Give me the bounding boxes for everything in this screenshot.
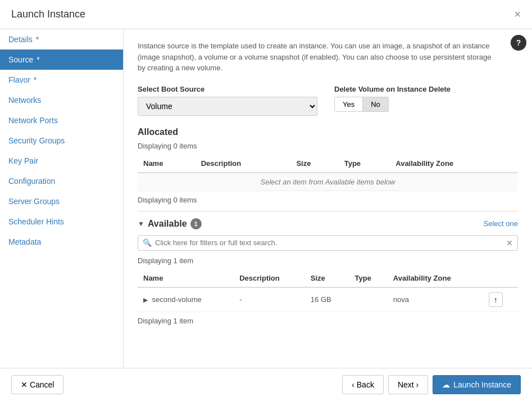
sidebar-item-network-ports[interactable]: Network Ports [0, 110, 123, 130]
delete-volume-toggle: Yes No [334, 97, 451, 112]
allocated-empty-message: Select an item from Available items belo… [138, 173, 518, 191]
allocated-col-type: Type [339, 155, 390, 173]
sidebar-item-networks[interactable]: Networks [0, 90, 123, 110]
allocated-empty-row: Select an item from Available items belo… [138, 173, 518, 191]
available-row-zone: nova [388, 287, 483, 312]
launch-button[interactable]: ☁ Launch Instance [433, 375, 521, 394]
select-one-link[interactable]: Select one [484, 219, 518, 228]
modal-footer: ✕ Cancel ‹ Back Next › ☁ Launch Instance [0, 368, 532, 401]
sidebar-item-scheduler-hints[interactable]: Scheduler Hints [0, 211, 123, 232]
available-col-desc: Description [234, 269, 305, 287]
available-displaying-top: Displaying 1 item [138, 256, 518, 265]
allocated-table: Name Description Size Type Availability … [138, 155, 518, 191]
section-divider [138, 211, 518, 211]
modal-body: Details * Source * Flavor * Networks Net… [0, 29, 532, 368]
chevron-down-icon[interactable]: ▼ [138, 220, 144, 228]
available-row-action: ↑ [483, 287, 518, 312]
footer-left: ✕ Cancel [11, 375, 63, 394]
sidebar-item-label: Configuration [8, 177, 55, 186]
allocated-col-name: Name [138, 155, 195, 173]
sidebar-item-server-groups[interactable]: Server Groups [0, 191, 123, 211]
sidebar-item-label: Source * [8, 55, 40, 64]
allocated-col-size: Size [290, 155, 338, 173]
boot-source-label: Select Boot Source [138, 85, 317, 93]
available-badge: 1 [190, 218, 202, 229]
launch-icon: ☁ [442, 380, 450, 389]
available-row-size: 16 GB [305, 287, 349, 312]
boot-source-select[interactable]: Image Instance Snapshot Volume Volume Sn… [138, 97, 317, 116]
sidebar: Details * Source * Flavor * Networks Net… [0, 29, 124, 368]
search-row: 🔍 ✕ [138, 235, 518, 251]
form-row: Select Boot Source Image Instance Snapsh… [138, 85, 518, 116]
sidebar-item-label: Networks [8, 96, 41, 105]
launch-label: Launch Instance [453, 380, 511, 389]
sidebar-item-key-pair[interactable]: Key Pair [0, 151, 123, 171]
cancel-button[interactable]: ✕ Cancel [11, 375, 63, 394]
launch-instance-modal: Launch Instance × Details * Source * Fla… [0, 0, 532, 401]
available-row-second-volume: ▶ second-volume - 16 GB nova ↑ [138, 287, 518, 312]
available-col-action [483, 269, 518, 287]
search-input[interactable] [155, 238, 506, 247]
available-col-name: Name [138, 269, 234, 287]
sidebar-item-flavor[interactable]: Flavor * [0, 70, 123, 90]
modal-title: Launch Instance [11, 8, 85, 20]
available-title-text: Available [148, 219, 187, 229]
delete-volume-yes[interactable]: Yes [334, 97, 363, 112]
allocated-col-zone: Availability Zone [390, 155, 518, 173]
available-row-type [349, 287, 387, 312]
available-title-group: ▼ Available 1 [138, 218, 202, 229]
allocate-button[interactable]: ↑ [489, 292, 503, 307]
available-col-size: Size [305, 269, 349, 287]
footer-right: ‹ Back Next › ☁ Launch Instance [342, 375, 521, 394]
sidebar-item-label: Metadata [8, 237, 41, 246]
available-row-name: ▶ second-volume [138, 287, 234, 312]
sidebar-item-label: Flavor * [8, 75, 37, 84]
modal-header: Launch Instance × [0, 0, 532, 29]
available-col-type: Type [349, 269, 387, 287]
available-table: Name Description Size Type Availability … [138, 269, 518, 312]
allocated-col-desc: Description [195, 155, 291, 173]
close-button[interactable]: × [514, 8, 521, 21]
clear-search-icon[interactable]: ✕ [506, 238, 513, 247]
search-icon: 🔍 [143, 238, 152, 247]
sidebar-item-label: Server Groups [8, 197, 60, 206]
delete-volume-no[interactable]: No [363, 97, 389, 112]
sidebar-item-source[interactable]: Source * [0, 49, 123, 70]
allocated-displaying-footer: Displaying 0 items [138, 196, 518, 204]
back-button[interactable]: ‹ Back [342, 375, 384, 394]
allocated-displaying-top: Displaying 0 items [138, 142, 518, 150]
sidebar-item-details[interactable]: Details * [0, 29, 123, 49]
delete-volume-label: Delete Volume on Instance Delete [334, 85, 451, 93]
sidebar-item-metadata[interactable]: Metadata [0, 232, 123, 252]
sidebar-item-label: Security Groups [8, 136, 65, 145]
boot-source-group: Select Boot Source Image Instance Snapsh… [138, 85, 317, 116]
sidebar-item-label: Details * [8, 35, 39, 44]
next-button[interactable]: Next › [388, 375, 428, 394]
sidebar-item-label: Key Pair [8, 156, 38, 165]
sidebar-item-security-groups[interactable]: Security Groups [0, 130, 123, 151]
available-row-desc: - [234, 287, 305, 312]
allocated-title: Allocated [138, 127, 518, 137]
delete-volume-group: Delete Volume on Instance Delete Yes No [334, 85, 451, 112]
available-col-zone: Availability Zone [388, 269, 483, 287]
expand-icon[interactable]: ▶ [143, 296, 148, 303]
sidebar-item-configuration[interactable]: Configuration [0, 171, 123, 191]
main-content: ? Instance source is the template used t… [124, 29, 532, 368]
sidebar-item-label: Network Ports [8, 116, 58, 125]
available-displaying-footer: Displaying 1 item [138, 317, 518, 325]
sidebar-item-label: Scheduler Hints [8, 217, 64, 226]
available-header: ▼ Available 1 Select one [138, 218, 518, 229]
available-section: ▼ Available 1 Select one 🔍 ✕ Displaying … [138, 218, 518, 325]
description-text: Instance source is the template used to … [138, 40, 518, 74]
help-button[interactable]: ? [511, 35, 526, 51]
